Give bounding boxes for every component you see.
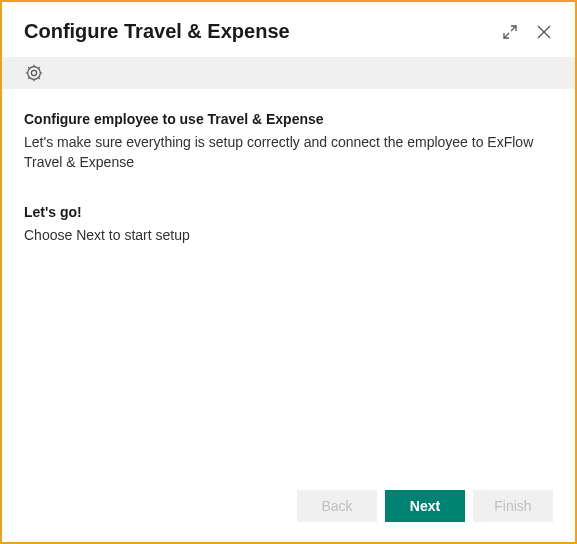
section-description-2: Choose Next to start setup (24, 226, 553, 246)
header-actions (501, 23, 553, 41)
dialog-content: Configure employee to use Travel & Expen… (2, 89, 575, 474)
expand-icon[interactable] (501, 23, 519, 41)
finish-button[interactable]: Finish (473, 490, 553, 522)
svg-point-1 (28, 67, 41, 80)
dialog-header: Configure Travel & Expense (2, 2, 575, 57)
dialog-footer: Back Next Finish (2, 474, 575, 542)
section-description-1: Let's make sure everything is setup corr… (24, 133, 553, 172)
gear-icon (24, 63, 44, 83)
close-icon[interactable] (535, 23, 553, 41)
section-heading-2: Let's go! (24, 204, 553, 220)
next-button[interactable]: Next (385, 490, 465, 522)
section-heading-1: Configure employee to use Travel & Expen… (24, 111, 553, 127)
svg-point-0 (31, 70, 36, 75)
toolbar (2, 57, 575, 89)
dialog-title: Configure Travel & Expense (24, 20, 501, 43)
back-button[interactable]: Back (297, 490, 377, 522)
